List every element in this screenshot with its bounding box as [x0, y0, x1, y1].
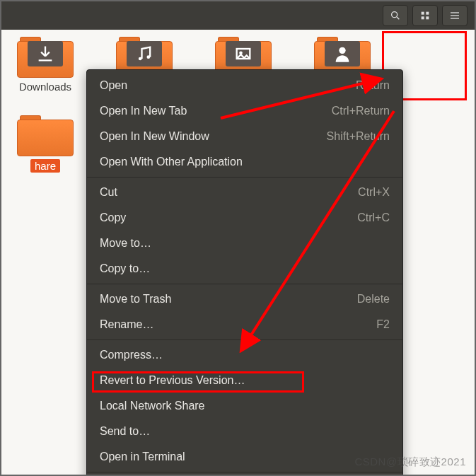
menu-compress[interactable]: Compress…	[87, 342, 402, 368]
menu-open-new-tab[interactable]: Open In New TabCtrl+Return	[87, 98, 402, 124]
folder-downloads[interactable]: Downloads	[10, 35, 81, 93]
separator	[87, 177, 402, 178]
menu-send-to[interactable]: Send to…	[87, 419, 402, 444]
folder-share[interactable]: hare	[10, 114, 81, 173]
folder-label: Downloads	[19, 81, 71, 93]
menu-open-with[interactable]: Open With Other Application	[87, 149, 402, 175]
menu-move-to[interactable]: Move to…	[87, 231, 402, 256]
svg-point-0	[392, 12, 397, 18]
separator	[87, 472, 402, 472]
pictures-icon	[226, 41, 261, 66]
menu-copy-to[interactable]: Copy to…	[87, 256, 402, 281]
search-icon	[390, 10, 401, 21]
menu-open[interactable]: OpenReturn	[87, 73, 402, 98]
svg-rect-8	[451, 18, 459, 18]
annotation-box-menu	[92, 371, 304, 393]
toolbar	[1, 1, 475, 30]
menu-copy[interactable]: CopyCtrl+C	[87, 205, 402, 231]
svg-rect-6	[451, 12, 459, 13]
view-menu-button[interactable]	[442, 5, 468, 26]
svg-rect-7	[451, 15, 459, 16]
list-icon	[419, 10, 431, 21]
menu-rename[interactable]: Rename…F2	[87, 312, 402, 337]
download-icon	[28, 41, 63, 66]
menu-cut[interactable]: CutCtrl+X	[87, 180, 402, 205]
svg-point-13	[339, 47, 345, 54]
search-button[interactable]	[383, 5, 408, 26]
svg-point-10	[147, 55, 151, 59]
folder-label: hare	[30, 159, 60, 173]
separator	[87, 284, 402, 284]
watermark: CSDN@琐碎致迹2021	[354, 455, 466, 469]
context-menu: OpenReturn Open In New TabCtrl+Return Op…	[86, 69, 403, 476]
svg-rect-2	[422, 12, 424, 15]
separator	[87, 339, 402, 340]
svg-rect-4	[422, 16, 424, 19]
menu-icon	[449, 10, 460, 21]
view-list-button[interactable]	[412, 5, 438, 26]
svg-rect-5	[426, 16, 429, 19]
menu-move-to-trash[interactable]: Move to TrashDelete	[87, 286, 402, 312]
menu-local-network-share[interactable]: Local Network Share	[87, 393, 402, 419]
user-icon	[325, 41, 360, 66]
svg-rect-3	[426, 12, 429, 15]
menu-open-new-window[interactable]: Open In New WindowShift+Return	[87, 124, 402, 149]
music-icon	[127, 41, 162, 66]
svg-line-1	[397, 17, 399, 19]
svg-point-9	[139, 57, 142, 61]
